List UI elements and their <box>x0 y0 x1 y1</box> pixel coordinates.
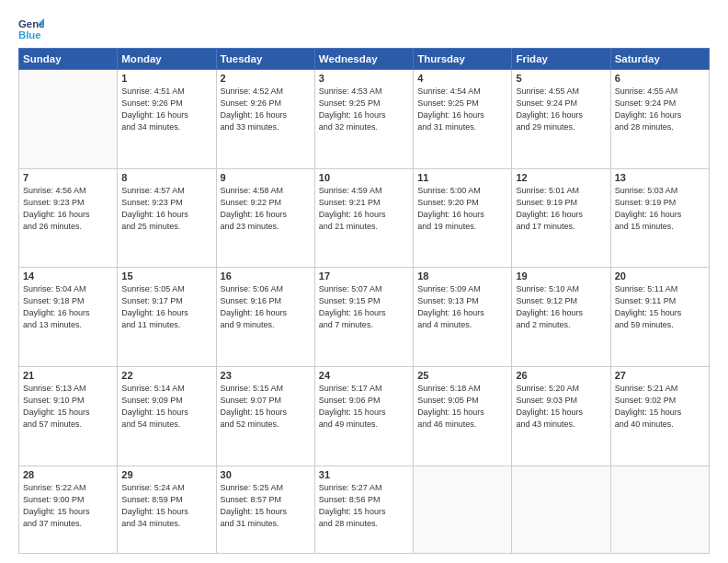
header: General Blue <box>18 17 710 42</box>
day-number: 30 <box>221 469 311 480</box>
weekday-header-wednesday: Wednesday <box>314 49 413 70</box>
day-info: Sunrise: 5:00 AMSunset: 9:20 PMDaylight:… <box>417 185 507 233</box>
weekday-header-saturday: Saturday <box>610 49 709 70</box>
calendar-cell: 15Sunrise: 5:05 AMSunset: 9:17 PMDayligh… <box>118 268 216 367</box>
day-info: Sunrise: 5:21 AMSunset: 9:02 PMDaylight:… <box>615 383 705 431</box>
day-info: Sunrise: 5:24 AMSunset: 8:59 PMDaylight:… <box>121 482 211 530</box>
calendar-cell: 9Sunrise: 4:58 AMSunset: 9:22 PMDaylight… <box>216 168 314 268</box>
day-info: Sunrise: 5:13 AMSunset: 9:10 PMDaylight:… <box>23 383 113 431</box>
day-number: 16 <box>221 270 311 282</box>
day-info: Sunrise: 5:04 AMSunset: 9:18 PMDaylight:… <box>23 283 113 331</box>
calendar-cell: 28Sunrise: 5:22 AMSunset: 9:00 PMDayligh… <box>19 465 118 553</box>
calendar-cell: 14Sunrise: 5:04 AMSunset: 9:18 PMDayligh… <box>19 268 118 367</box>
day-number: 7 <box>23 172 113 183</box>
day-info: Sunrise: 4:54 AMSunset: 9:25 PMDaylight:… <box>417 86 507 133</box>
week-row-1: 1Sunrise: 4:51 AMSunset: 9:26 PMDaylight… <box>19 70 710 169</box>
logo-icon: General Blue <box>18 17 44 42</box>
svg-text:Blue: Blue <box>18 29 41 40</box>
day-info: Sunrise: 5:22 AMSunset: 9:00 PMDaylight:… <box>23 482 113 530</box>
day-info: Sunrise: 5:09 AMSunset: 9:13 PMDaylight:… <box>417 283 507 331</box>
day-info: Sunrise: 4:57 AMSunset: 9:23 PMDaylight:… <box>121 185 211 233</box>
calendar-cell: 31Sunrise: 5:27 AMSunset: 8:56 PMDayligh… <box>314 465 413 553</box>
day-number: 24 <box>319 370 409 381</box>
day-number: 20 <box>615 270 705 282</box>
day-info: Sunrise: 5:03 AMSunset: 9:19 PMDaylight:… <box>615 185 705 233</box>
day-number: 21 <box>23 370 113 381</box>
day-number: 13 <box>615 172 705 183</box>
calendar-cell: 12Sunrise: 5:01 AMSunset: 9:19 PMDayligh… <box>512 168 610 268</box>
day-info: Sunrise: 5:25 AMSunset: 8:57 PMDaylight:… <box>221 482 311 530</box>
calendar-cell: 27Sunrise: 5:21 AMSunset: 9:02 PMDayligh… <box>610 366 709 465</box>
calendar-cell: 25Sunrise: 5:18 AMSunset: 9:05 PMDayligh… <box>414 366 512 465</box>
day-number: 22 <box>121 370 211 381</box>
day-number: 1 <box>121 73 211 84</box>
calendar-cell: 30Sunrise: 5:25 AMSunset: 8:57 PMDayligh… <box>216 465 314 553</box>
weekday-header-thursday: Thursday <box>414 49 512 70</box>
week-row-5: 28Sunrise: 5:22 AMSunset: 9:00 PMDayligh… <box>19 465 710 553</box>
day-number: 26 <box>516 370 606 381</box>
calendar-cell: 18Sunrise: 5:09 AMSunset: 9:13 PMDayligh… <box>414 268 512 367</box>
calendar-cell <box>512 465 610 553</box>
calendar-cell: 8Sunrise: 4:57 AMSunset: 9:23 PMDaylight… <box>118 168 216 268</box>
calendar-cell: 1Sunrise: 4:51 AMSunset: 9:26 PMDaylight… <box>118 70 216 169</box>
calendar-cell: 21Sunrise: 5:13 AMSunset: 9:10 PMDayligh… <box>19 366 118 465</box>
calendar-cell: 13Sunrise: 5:03 AMSunset: 9:19 PMDayligh… <box>610 168 709 268</box>
calendar-cell: 10Sunrise: 4:59 AMSunset: 9:21 PMDayligh… <box>314 168 413 268</box>
day-info: Sunrise: 5:14 AMSunset: 9:09 PMDaylight:… <box>121 383 211 431</box>
week-row-4: 21Sunrise: 5:13 AMSunset: 9:10 PMDayligh… <box>19 366 710 465</box>
calendar-cell: 4Sunrise: 4:54 AMSunset: 9:25 PMDaylight… <box>414 70 512 169</box>
day-info: Sunrise: 5:11 AMSunset: 9:11 PMDaylight:… <box>615 283 705 331</box>
day-info: Sunrise: 4:56 AMSunset: 9:23 PMDaylight:… <box>23 185 113 233</box>
day-number: 11 <box>417 172 507 183</box>
calendar-cell: 16Sunrise: 5:06 AMSunset: 9:16 PMDayligh… <box>216 268 314 367</box>
calendar-cell: 19Sunrise: 5:10 AMSunset: 9:12 PMDayligh… <box>512 268 610 367</box>
weekday-header-sunday: Sunday <box>19 49 118 70</box>
day-info: Sunrise: 4:59 AMSunset: 9:21 PMDaylight:… <box>319 185 409 233</box>
day-number: 18 <box>417 270 507 282</box>
calendar-cell: 22Sunrise: 5:14 AMSunset: 9:09 PMDayligh… <box>118 366 216 465</box>
day-info: Sunrise: 5:05 AMSunset: 9:17 PMDaylight:… <box>121 283 211 331</box>
calendar-cell: 6Sunrise: 4:55 AMSunset: 9:24 PMDaylight… <box>610 70 709 169</box>
day-number: 29 <box>121 469 211 480</box>
day-number: 5 <box>516 73 606 84</box>
week-row-3: 14Sunrise: 5:04 AMSunset: 9:18 PMDayligh… <box>19 268 710 367</box>
calendar-cell: 26Sunrise: 5:20 AMSunset: 9:03 PMDayligh… <box>512 366 610 465</box>
day-info: Sunrise: 4:55 AMSunset: 9:24 PMDaylight:… <box>516 86 606 133</box>
svg-text:General: General <box>18 18 44 29</box>
day-number: 23 <box>221 370 311 381</box>
day-number: 25 <box>417 370 507 381</box>
day-info: Sunrise: 5:18 AMSunset: 9:05 PMDaylight:… <box>417 383 507 431</box>
day-number: 8 <box>121 172 211 183</box>
day-number: 27 <box>615 370 705 381</box>
day-info: Sunrise: 4:58 AMSunset: 9:22 PMDaylight:… <box>221 185 311 233</box>
calendar-cell <box>610 465 709 553</box>
weekday-header-row: SundayMondayTuesdayWednesdayThursdayFrid… <box>19 49 710 70</box>
page: General Blue SundayMondayTuesdayWednesda… <box>0 0 728 563</box>
calendar-cell <box>414 465 512 553</box>
day-info: Sunrise: 5:17 AMSunset: 9:06 PMDaylight:… <box>319 383 409 431</box>
day-number: 3 <box>319 73 409 84</box>
day-info: Sunrise: 4:53 AMSunset: 9:25 PMDaylight:… <box>319 86 409 133</box>
day-number: 10 <box>319 172 409 183</box>
calendar-cell <box>19 70 118 169</box>
day-number: 2 <box>221 73 311 84</box>
weekday-header-monday: Monday <box>118 49 216 70</box>
day-info: Sunrise: 5:20 AMSunset: 9:03 PMDaylight:… <box>516 383 606 431</box>
calendar-cell: 11Sunrise: 5:00 AMSunset: 9:20 PMDayligh… <box>414 168 512 268</box>
calendar-cell: 24Sunrise: 5:17 AMSunset: 9:06 PMDayligh… <box>314 366 413 465</box>
weekday-header-tuesday: Tuesday <box>216 49 314 70</box>
day-number: 28 <box>23 469 113 480</box>
calendar-cell: 23Sunrise: 5:15 AMSunset: 9:07 PMDayligh… <box>216 366 314 465</box>
day-info: Sunrise: 5:27 AMSunset: 8:56 PMDaylight:… <box>319 482 409 530</box>
day-info: Sunrise: 4:55 AMSunset: 9:24 PMDaylight:… <box>615 86 705 133</box>
week-row-2: 7Sunrise: 4:56 AMSunset: 9:23 PMDaylight… <box>19 168 710 268</box>
day-number: 31 <box>319 469 409 480</box>
day-number: 19 <box>516 270 606 282</box>
day-number: 4 <box>417 73 507 84</box>
calendar-cell: 29Sunrise: 5:24 AMSunset: 8:59 PMDayligh… <box>118 465 216 553</box>
calendar-table: SundayMondayTuesdayWednesdayThursdayFrid… <box>18 48 710 554</box>
calendar-cell: 5Sunrise: 4:55 AMSunset: 9:24 PMDaylight… <box>512 70 610 169</box>
day-info: Sunrise: 4:52 AMSunset: 9:26 PMDaylight:… <box>221 86 311 133</box>
day-number: 6 <box>615 73 705 84</box>
calendar-cell: 3Sunrise: 4:53 AMSunset: 9:25 PMDaylight… <box>314 70 413 169</box>
